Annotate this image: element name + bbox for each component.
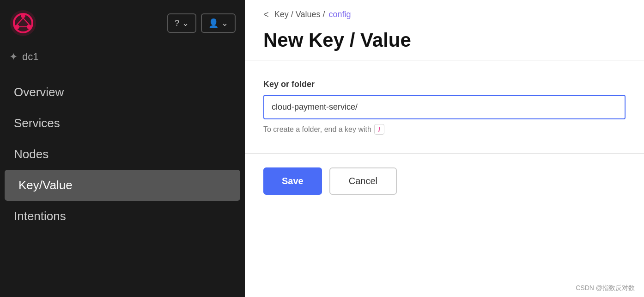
sidebar-item-services[interactable]: Services <box>0 108 245 139</box>
help-chevron: ⌄ <box>182 18 189 28</box>
user-button[interactable]: 👤 ⌄ <box>201 13 236 33</box>
consul-logo-icon <box>9 9 37 37</box>
key-folder-label: Key or folder <box>263 80 626 89</box>
breadcrumb: < Key / Values / config <box>245 0 644 25</box>
page-title: New Key / Value <box>245 25 644 61</box>
key-folder-input[interactable] <box>263 95 626 119</box>
datacenter-row: ✦ dc1 <box>0 46 245 72</box>
footer-credit: CSDN @指数反对数 <box>576 284 635 292</box>
help-icon: ? <box>175 19 179 28</box>
logo <box>9 9 37 37</box>
hint-badge: / <box>374 124 384 135</box>
save-button[interactable]: Save <box>263 167 322 195</box>
button-row: Save Cancel <box>245 167 644 195</box>
form-divider <box>245 153 644 154</box>
breadcrumb-config[interactable]: config <box>328 10 351 19</box>
breadcrumb-keyvalues[interactable]: Key / Values / <box>274 10 325 19</box>
sidebar-nav: Overview Services Nodes Key/Value Intent… <box>0 72 245 297</box>
user-chevron: ⌄ <box>221 18 228 28</box>
datacenter-icon: ✦ <box>9 51 18 63</box>
form-section: Key or folder To create a folder, end a … <box>245 75 644 139</box>
sidebar-item-nodes[interactable]: Nodes <box>0 139 245 170</box>
sidebar-item-overview[interactable]: Overview <box>0 77 245 108</box>
sidebar: ? ⌄ 👤 ⌄ ✦ dc1 Overview Services Nodes Ke… <box>0 0 245 297</box>
breadcrumb-back-icon[interactable]: < <box>263 9 269 20</box>
header-buttons: ? ⌄ 👤 ⌄ <box>167 13 236 33</box>
sidebar-header: ? ⌄ 👤 ⌄ <box>0 0 245 46</box>
title-divider <box>245 61 644 61</box>
field-hint: To create a folder, end a key with / <box>263 124 626 135</box>
user-icon: 👤 <box>208 18 219 28</box>
datacenter-label: dc1 <box>22 51 38 63</box>
cancel-button[interactable]: Cancel <box>329 167 397 195</box>
sidebar-item-intentions[interactable]: Intentions <box>0 201 245 232</box>
main-content: < Key / Values / config New Key / Value … <box>245 0 644 297</box>
hint-text: To create a folder, end a key with <box>263 125 371 134</box>
help-button[interactable]: ? ⌄ <box>167 13 196 33</box>
svg-point-2 <box>21 13 25 18</box>
sidebar-item-keyvalue[interactable]: Key/Value <box>5 170 240 201</box>
